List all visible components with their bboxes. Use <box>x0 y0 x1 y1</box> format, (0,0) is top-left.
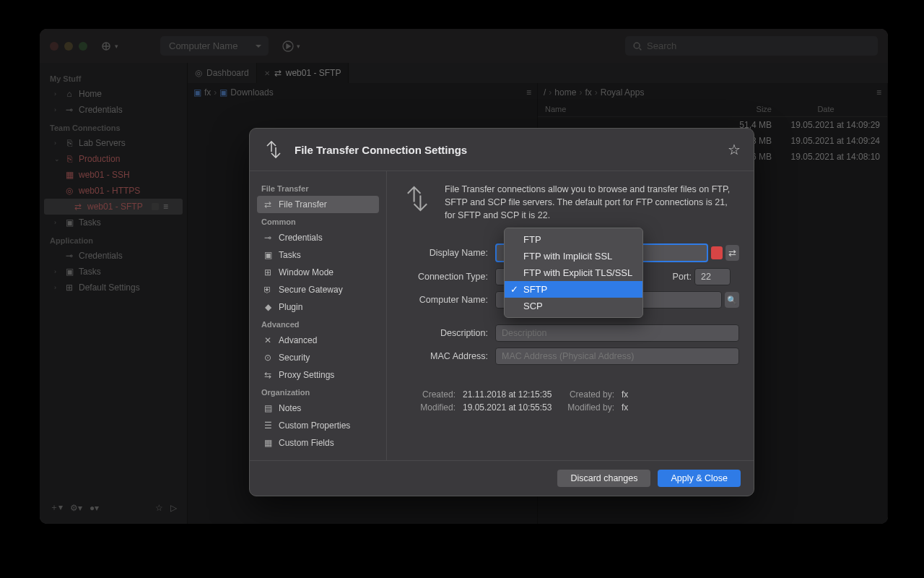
dropdown-option-ftp[interactable]: FTP <box>505 231 642 248</box>
connection-type-dropdown: FTP FTP with Implicit SSL FTP with Expli… <box>504 228 643 318</box>
display-name-label: Display Name: <box>401 248 488 258</box>
nav-window-mode[interactable]: ⊞Window Mode <box>257 264 379 281</box>
nav-credentials[interactable]: ⊸Credentials <box>257 229 379 246</box>
modal-description: File Transfer connections allow you to b… <box>445 183 739 222</box>
port-input[interactable] <box>694 268 731 285</box>
color-picker[interactable] <box>711 246 723 259</box>
dropdown-option-sftp[interactable]: SFTP <box>505 281 642 298</box>
nav-proxy-settings[interactable]: ⇆Proxy Settings <box>257 366 379 384</box>
dropdown-option-ftp-explicit-tls[interactable]: FTP with Explicit TLS/SSL <box>505 264 642 281</box>
nav-plugin[interactable]: ◆Plugin <box>257 298 379 316</box>
lookup-icon[interactable]: 🔍 <box>725 292 739 308</box>
transfer-icon <box>263 139 284 160</box>
connection-type-label: Connection Type: <box>401 272 488 282</box>
nav-advanced[interactable]: ✕Advanced <box>257 332 379 349</box>
mac-address-label: MAC Address: <box>401 351 488 361</box>
icon-picker[interactable]: ⇄ <box>725 245 739 261</box>
nav-file-transfer[interactable]: ⇄File Transfer <box>257 196 379 213</box>
nav-security[interactable]: ⊙Security <box>257 349 379 366</box>
apply-button[interactable]: Apply & Close <box>658 470 741 487</box>
nav-custom-fields[interactable]: ▦Custom Fields <box>257 434 379 452</box>
description-input[interactable] <box>495 324 739 342</box>
favorite-star-icon[interactable]: ☆ <box>728 141 741 158</box>
modal-title: File Transfer Connection Settings <box>295 144 718 156</box>
mac-address-input[interactable] <box>495 348 739 365</box>
computer-name-label: Computer Name: <box>401 295 488 305</box>
nav-tasks[interactable]: ▣Tasks <box>257 246 379 264</box>
dropdown-option-ftp-implicit-ssl[interactable]: FTP with Implicit SSL <box>505 248 642 264</box>
dropdown-option-scp[interactable]: SCP <box>505 298 642 314</box>
settings-modal: File Transfer Connection Settings ☆ File… <box>249 128 754 496</box>
modal-sidebar: File Transfer ⇄File Transfer Common ⊸Cre… <box>250 171 387 460</box>
nav-notes[interactable]: ▤Notes <box>257 400 379 417</box>
transfer-icon <box>401 183 433 222</box>
nav-secure-gateway[interactable]: ⛨Secure Gateway <box>257 281 379 298</box>
discard-button[interactable]: Discard changes <box>557 470 650 487</box>
nav-custom-properties[interactable]: ☰Custom Properties <box>257 417 379 434</box>
description-label: Description: <box>401 328 488 338</box>
metadata: Created:21.11.2018 at 12:15:35 Created b… <box>401 389 739 413</box>
